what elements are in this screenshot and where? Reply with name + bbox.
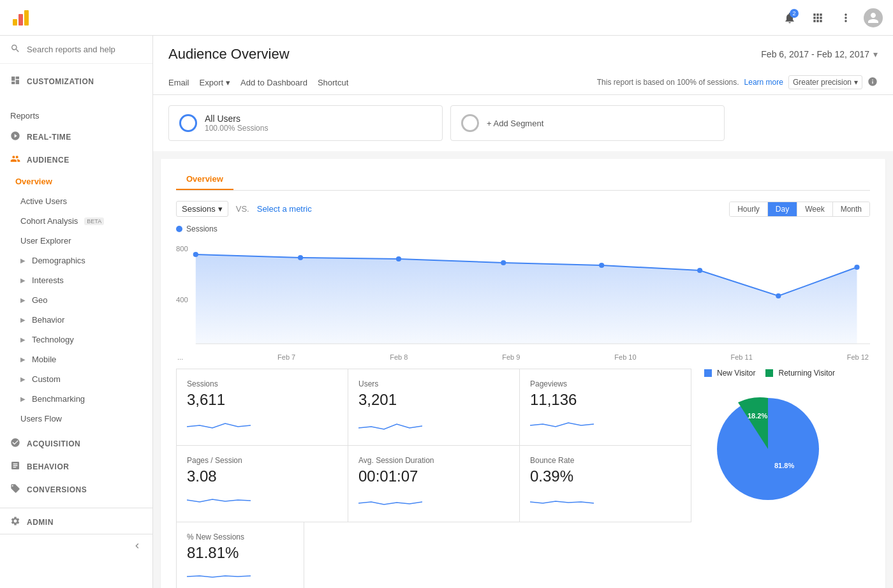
chart-legend: Sessions xyxy=(176,224,870,233)
audience-label: AUDIENCE xyxy=(27,156,70,165)
cohort-analysis-label: Cohort Analysis xyxy=(20,216,78,226)
audience-header[interactable]: AUDIENCE xyxy=(0,149,152,172)
more-button[interactable] xyxy=(836,8,856,28)
svg-point-6 xyxy=(298,255,303,260)
metric-avg-session: Avg. Session Duration 00:01:07 xyxy=(348,446,520,522)
acquisition-header[interactable]: ACQUISITION xyxy=(0,432,152,455)
tab-overview[interactable]: Overview xyxy=(176,169,233,190)
expand-arrow-technology: ▶ xyxy=(20,336,26,343)
customization-icon xyxy=(10,75,20,88)
sidebar-item-active-users[interactable]: Active Users xyxy=(0,191,152,211)
export-button[interactable]: Export ▾ xyxy=(200,78,231,87)
metric-select-label: Sessions xyxy=(182,204,216,214)
expand-arrow-geo: ▶ xyxy=(20,297,26,304)
week-button[interactable]: Week xyxy=(797,202,832,216)
metric-sessions: Sessions 3,611 xyxy=(177,369,348,446)
shortcut-button[interactable]: Shortcut xyxy=(318,78,348,87)
metric-pageviews-label: Pageviews xyxy=(530,379,681,388)
notifications-button[interactable]: 2 xyxy=(779,8,800,28)
svg-point-10 xyxy=(697,268,702,273)
precision-selector[interactable]: Greater precision ▾ xyxy=(788,75,862,89)
metric-users-label: Users xyxy=(358,379,509,388)
apps-button[interactable] xyxy=(808,8,828,28)
learn-more-link[interactable]: Learn more xyxy=(744,78,783,87)
customization-section: CUSTOMIZATION xyxy=(0,64,152,99)
conversions-icon xyxy=(10,483,20,496)
overview-tab-strip: Overview xyxy=(176,169,870,191)
admin-label: ADMIN xyxy=(27,518,54,527)
sidebar-item-mobile[interactable]: ▶ Mobile xyxy=(0,349,152,369)
sidebar-item-overview[interactable]: Overview xyxy=(0,172,152,191)
bounce-sparkline xyxy=(530,490,594,510)
day-button[interactable]: Day xyxy=(768,202,797,216)
metric-pages-session-value: 3.08 xyxy=(187,467,337,485)
sidebar-item-cohort-analysis[interactable]: Cohort Analysis BETA xyxy=(0,211,152,231)
expand-arrow-interests: ▶ xyxy=(20,277,26,284)
svg-point-12 xyxy=(854,265,859,270)
date-range-selector[interactable]: Feb 6, 2017 - Feb 12, 2017 ▾ xyxy=(761,49,878,59)
sidebar-item-interests[interactable]: ▶ Interests xyxy=(0,270,152,290)
precision-info-icon xyxy=(867,77,878,89)
precision-label: Greater precision xyxy=(793,78,852,87)
expand-arrow-behavior: ▶ xyxy=(20,316,26,323)
expand-arrow-demographics: ▶ xyxy=(20,257,26,264)
metrics-area: Sessions 3,611 Users 3,201 xyxy=(176,358,691,588)
report-info-text: This report is based on 100% of sessions… xyxy=(597,78,739,87)
users-sparkline xyxy=(358,414,422,433)
add-segment-label: + Add Segment xyxy=(487,119,543,128)
new-visitor-label: New Visitor xyxy=(717,369,755,378)
expand-arrow-benchmarking: ▶ xyxy=(20,395,26,402)
all-users-circle xyxy=(179,114,197,132)
email-button[interactable]: Email xyxy=(168,78,189,87)
new-visitor-color xyxy=(704,369,712,377)
beta-badge: BETA xyxy=(84,217,104,225)
new-visitor-legend: New Visitor xyxy=(704,369,755,378)
realtime-icon xyxy=(10,131,20,143)
all-users-sub: 100.00% Sessions xyxy=(205,124,268,133)
sessions-sparkline xyxy=(187,414,251,433)
sidebar-item-benchmarking[interactable]: ▶ Benchmarking xyxy=(0,389,152,409)
add-dashboard-button[interactable]: Add to Dashboard xyxy=(240,78,307,87)
active-users-label: Active Users xyxy=(20,196,67,206)
customization-header[interactable]: CUSTOMIZATION xyxy=(0,70,152,93)
pageviews-sparkline xyxy=(530,414,594,433)
sidebar-collapse-button[interactable] xyxy=(0,534,152,557)
user-avatar[interactable] xyxy=(864,8,883,27)
chart-controls: Sessions ▾ VS. Select a metric Hourly Da… xyxy=(176,201,870,217)
sidebar-item-behavior[interactable]: ▶ Behavior xyxy=(0,310,152,330)
sidebar-item-users-flow[interactable]: Users Flow xyxy=(0,409,152,429)
behavior-header[interactable]: BEHAVIOR xyxy=(0,455,152,478)
metric-avg-session-value: 00:01:07 xyxy=(358,467,509,485)
sidebar-search-bar[interactable] xyxy=(0,36,152,64)
sidebar: CUSTOMIZATION Reports REAL-TIME AUDIENCE… xyxy=(0,36,153,588)
geo-label: Geo xyxy=(32,295,48,305)
realtime-header[interactable]: REAL-TIME xyxy=(0,126,152,149)
metric-users: Users 3,201 xyxy=(348,369,520,446)
metric-bounce-rate-value: 0.39% xyxy=(530,467,681,485)
hourly-button[interactable]: Hourly xyxy=(730,202,768,216)
all-users-segment[interactable]: All Users 100.00% Sessions xyxy=(168,105,443,141)
sidebar-item-user-explorer[interactable]: User Explorer xyxy=(0,231,152,251)
admin-header[interactable]: ADMIN xyxy=(0,508,152,534)
svg-rect-1 xyxy=(18,14,23,26)
main-layout: CUSTOMIZATION Reports REAL-TIME AUDIENCE… xyxy=(0,36,893,588)
sidebar-item-custom[interactable]: ▶ Custom xyxy=(0,369,152,389)
sidebar-item-technology[interactable]: ▶ Technology xyxy=(0,330,152,349)
export-arrow-icon: ▾ xyxy=(226,78,230,87)
svg-point-7 xyxy=(396,256,401,261)
select-metric-link[interactable]: Select a metric xyxy=(257,204,312,214)
metric-new-sessions: % New Sessions 81.81% xyxy=(177,522,304,588)
metric-bounce-rate: Bounce Rate 0.39% xyxy=(520,446,691,522)
add-segment-circle xyxy=(461,114,479,132)
conversions-header[interactable]: CONVERSIONS xyxy=(0,478,152,501)
sidebar-item-demographics[interactable]: ▶ Demographics xyxy=(0,251,152,270)
technology-label: Technology xyxy=(32,335,74,344)
sidebar-item-geo[interactable]: ▶ Geo xyxy=(0,290,152,310)
overview-section: Overview Sessions ▾ VS. Select a metric … xyxy=(161,159,885,588)
acquisition-icon xyxy=(10,437,20,450)
search-input[interactable] xyxy=(27,45,142,54)
metric-select-dropdown[interactable]: Sessions ▾ xyxy=(176,201,228,217)
month-button[interactable]: Month xyxy=(833,202,869,216)
vs-label: VS. xyxy=(236,204,249,214)
add-segment-box[interactable]: + Add Segment xyxy=(450,105,725,141)
